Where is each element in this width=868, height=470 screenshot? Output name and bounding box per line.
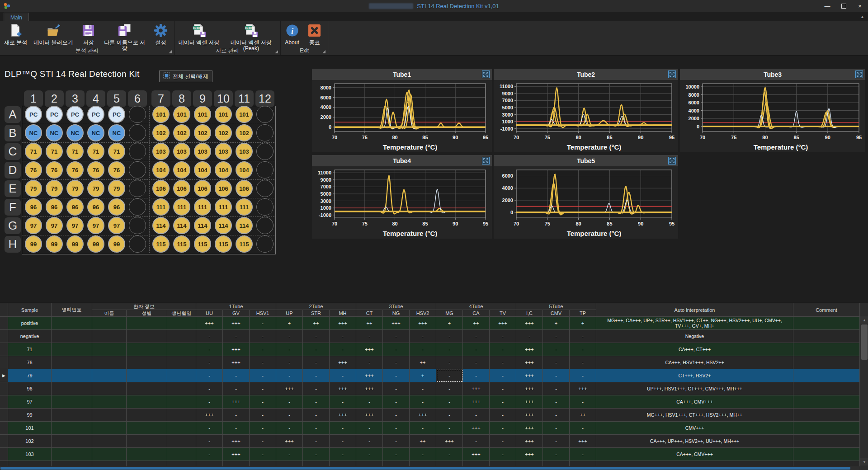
cell-comment-99[interactable] [793, 409, 860, 422]
well-A1[interactable]: PC [25, 106, 42, 123]
well-E5[interactable]: 79 [108, 180, 125, 197]
cell-value-103-12[interactable]: +++ [516, 448, 543, 461]
col-header-hsv1[interactable]: HSV1 [250, 310, 276, 317]
cell-value-101-13[interactable]: - [543, 422, 570, 435]
cell-value-97-7[interactable]: - [383, 395, 410, 409]
cell-value-102-11[interactable]: - [490, 435, 516, 448]
well-F8[interactable]: 111 [173, 198, 190, 216]
cell-value-76-6[interactable]: - [356, 356, 383, 369]
cell-comment-79[interactable] [793, 369, 860, 382]
cell-sample-positive[interactable]: positive [8, 317, 52, 330]
cell-value-96-5[interactable]: +++ [330, 382, 356, 395]
cell-value-101-1[interactable]: - [223, 422, 250, 435]
cell-value-negative-12[interactable]: - [516, 330, 543, 343]
minimize-button[interactable]: — [819, 0, 835, 12]
cell-value-negative-2[interactable]: - [250, 330, 276, 343]
well-H10[interactable]: 115 [215, 235, 232, 253]
cell-sample-96[interactable]: 96 [8, 382, 52, 395]
cell-gender[interactable] [127, 422, 167, 435]
cell-value-76-0[interactable]: - [196, 356, 223, 369]
cell-gender[interactable] [127, 409, 167, 422]
cell-name[interactable] [92, 317, 127, 330]
well-A8[interactable]: 101 [173, 106, 190, 123]
ribbon-group-launcher-icon[interactable] [322, 50, 326, 53]
well-D4[interactable]: 76 [87, 161, 104, 179]
col-header-gv[interactable]: GV [223, 310, 250, 317]
plate-col-header-3[interactable]: 3 [66, 90, 85, 107]
well-E1[interactable]: 79 [25, 180, 42, 197]
cell-interpretation-102[interactable]: CA+++, UP+++, HSV2++, UU+++, MH+++ [596, 435, 793, 448]
cell-value-79-1[interactable]: - [223, 369, 250, 382]
plate-col-header-4[interactable]: 4 [86, 90, 105, 107]
well-F1[interactable]: 96 [25, 198, 42, 216]
well-H2[interactable]: 99 [46, 235, 63, 253]
cell-value-101-2[interactable]: - [250, 422, 276, 435]
col-header-tp[interactable]: TP [570, 310, 596, 317]
well-A10[interactable]: 101 [215, 106, 232, 123]
well-B5[interactable]: NC [108, 124, 125, 141]
cell-value-103-3[interactable]: - [276, 448, 303, 461]
well-C11[interactable]: 103 [236, 143, 253, 160]
cell-value-79-8[interactable]: + [410, 369, 436, 382]
cell-interpretation-positive[interactable]: MG+++, CA+++, UP+, STR++, HSV1+++, CT++,… [596, 317, 793, 330]
cell-name[interactable] [92, 448, 127, 461]
cell-value-negative-10[interactable]: - [463, 330, 490, 343]
cell-value-103-14[interactable]: - [570, 448, 596, 461]
cell-name[interactable] [92, 395, 127, 409]
cell-gender[interactable] [127, 356, 167, 369]
cell-value-96-3[interactable]: +++ [276, 382, 303, 395]
cell-value-103-5[interactable]: - [330, 448, 356, 461]
col-header-hsv2[interactable]: HSV2 [410, 310, 436, 317]
cell-sample-76[interactable]: 76 [8, 356, 52, 369]
cell-value-96-0[interactable]: - [196, 382, 223, 395]
cell-value-97-13[interactable]: - [543, 395, 570, 409]
cell-value-99-8[interactable]: +++ [410, 409, 436, 422]
well-B10[interactable]: 102 [215, 124, 232, 141]
cell-value-99-13[interactable]: - [543, 409, 570, 422]
well-G8[interactable]: 114 [173, 217, 190, 234]
cell-value-102-8[interactable]: ++ [410, 435, 436, 448]
cell-value-negative-4[interactable]: - [303, 330, 330, 343]
cell-gender[interactable] [127, 382, 167, 395]
cell-value-positive-3[interactable]: + [276, 317, 303, 330]
cell-interpretation-76[interactable]: CA+++, HSV1+++, HSV2++ [596, 356, 793, 369]
cell-value-96-13[interactable]: - [543, 382, 570, 395]
col-header-ic[interactable]: I,C [516, 310, 543, 317]
ribbon-group-launcher-icon[interactable] [275, 50, 278, 53]
well-B2[interactable]: NC [46, 124, 63, 141]
cell-value-96-4[interactable]: - [303, 382, 330, 395]
well-D11[interactable]: 104 [236, 161, 253, 179]
well-D12[interactable] [256, 161, 274, 179]
cell-value-71-8[interactable]: - [410, 343, 436, 356]
cell-value-negative-6[interactable]: - [356, 330, 383, 343]
plate-col-header-5[interactable]: 5 [107, 90, 126, 107]
cell-value-positive-8[interactable]: +++ [410, 317, 436, 330]
well-C3[interactable]: 71 [66, 143, 84, 160]
cell-value-positive-7[interactable]: +++ [383, 317, 410, 330]
cell-birthdate[interactable] [167, 343, 196, 356]
col-header-ca[interactable]: CA [463, 310, 490, 317]
col-header-comment[interactable]: Comment [793, 303, 860, 317]
cell-birthdate[interactable] [167, 435, 196, 448]
well-C12[interactable] [256, 143, 274, 160]
well-H11[interactable]: 115 [236, 235, 253, 253]
cell-birthdate[interactable] [167, 395, 196, 409]
expand-chart-icon[interactable] [482, 157, 490, 164]
cell-gender[interactable] [127, 317, 167, 330]
col-header-auto-interpretation[interactable]: Auto interpretation [596, 303, 793, 317]
plate-col-header-12[interactable]: 12 [255, 90, 274, 107]
well-F11[interactable]: 111 [236, 198, 253, 216]
cell-value-positive-13[interactable]: + [543, 317, 570, 330]
cell-value-positive-4[interactable]: ++ [303, 317, 330, 330]
cell-value-103-0[interactable]: - [196, 448, 223, 461]
cell-value-102-5[interactable]: - [330, 435, 356, 448]
cell-value-76-12[interactable]: +++ [516, 356, 543, 369]
cell-value-negative-7[interactable]: - [383, 330, 410, 343]
well-B11[interactable]: 102 [236, 124, 253, 141]
cell-interpretation-negative[interactable]: Negative [596, 330, 793, 343]
well-B4[interactable]: NC [87, 124, 104, 141]
cell-value-97-2[interactable]: - [250, 395, 276, 409]
ribbon-group-launcher-icon[interactable] [169, 50, 172, 53]
well-G4[interactable]: 97 [87, 217, 104, 234]
cell-gender[interactable] [127, 369, 167, 382]
